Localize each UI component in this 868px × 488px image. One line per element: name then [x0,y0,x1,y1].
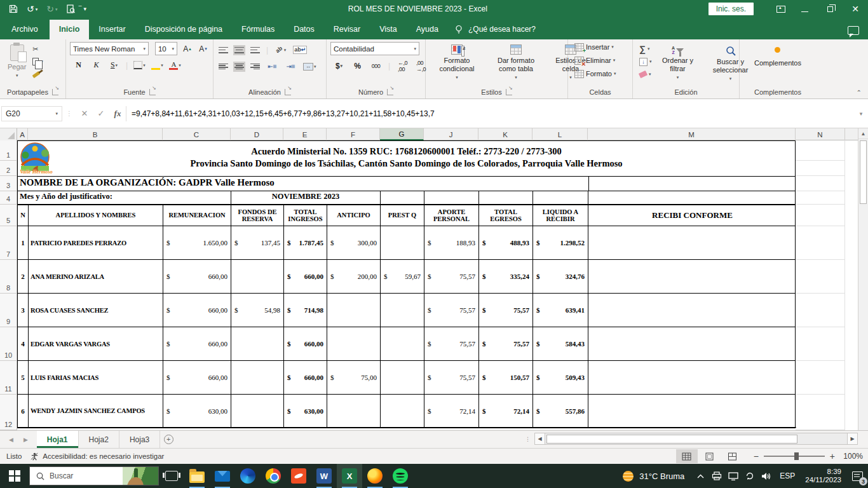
cut-button[interactable]: ✂ [32,44,43,54]
ribbon-tab-archivo[interactable]: Archivo [0,20,50,39]
restore-button[interactable] [817,0,843,18]
increase-decimal-icon[interactable]: ←,0,00 [397,60,409,72]
increase-indent-icon[interactable]: ⇥≡ [285,60,297,72]
comma-format-button[interactable]: 000 [370,60,382,72]
printer-icon[interactable] [709,464,725,488]
currency-format-button[interactable]: $▾ [333,60,345,72]
row-header-8[interactable]: 8 [0,260,17,294]
ribbon-tab-vista[interactable]: Vista [370,20,407,39]
aporte-personal-cell[interactable]: $75,57 [424,260,479,294]
empty-cell[interactable] [796,226,845,260]
customize-qat-icon[interactable]: ▾– [84,6,87,12]
anticipo-cell[interactable]: $75,00 [327,361,381,395]
sheet-tab-hoja3[interactable]: Hoja3 [119,431,160,448]
employee-name-cell[interactable]: PATRICIO PAREDES PERRAZO [29,226,163,260]
column-header-D[interactable]: D [231,128,283,140]
scroll-up-icon[interactable]: ▲ [858,128,868,139]
taskbar-search-input[interactable]: Buscar [29,466,159,485]
aporte-personal-cell[interactable]: $75,57 [424,361,479,395]
autosum-button[interactable]: ∑▾ [639,44,652,54]
page-layout-view-icon[interactable] [699,449,721,463]
liquido-recibir-cell[interactable]: $324,76 [533,260,588,294]
total-ingresos-cell[interactable]: $630,00 [284,395,327,428]
tell-me-search[interactable]: ¿Qué desea hacer? [448,20,542,39]
empty-cell[interactable] [796,191,845,205]
comments-icon[interactable] [848,26,859,35]
prest-q-cell[interactable]: $59,67 [381,260,424,294]
font-size-select[interactable]: 10▾ [155,42,177,55]
minimize-button[interactable] [792,0,817,18]
remuneracion-cell[interactable]: $660,00 [163,294,231,327]
name-box[interactable]: G20▾ [1,106,62,121]
empty-cell[interactable] [796,140,845,161]
align-bottom-icon[interactable] [250,46,260,54]
borders-button[interactable]: ▾ [133,59,146,71]
format-as-table-button[interactable]: Dar formato como tabla▾ [487,42,545,84]
table-header-cell[interactable]: PREST Q [381,205,424,226]
recibi-conforme-cell[interactable] [588,260,796,294]
alignment-dialog-launcher[interactable] [285,89,291,95]
sort-filter-button[interactable]: AZ Ordenar y filtrar▾ [654,42,702,84]
confirm-entry-icon[interactable]: ✓ [93,106,109,121]
table-header-cell[interactable]: LIQUIDO A RECIBIR [533,205,588,226]
weather-button[interactable] [621,464,639,488]
employee-name-cell[interactable]: LUIS FARIAS MACIAS [29,361,163,395]
anticipo-cell[interactable] [327,327,381,361]
prest-q-cell[interactable] [381,395,424,428]
fill-button[interactable]: ↓▾ [639,57,652,67]
table-header-cell[interactable]: FONDOS DE RESERVA [231,205,284,226]
remuneracion-cell[interactable]: $660,00 [163,361,231,395]
zoom-in-icon[interactable]: + [830,453,835,459]
ribbon-tab-ayuda[interactable]: Ayuda [407,20,448,39]
merge-center-button[interactable]: ↔▾ [303,60,316,72]
employee-name-cell[interactable]: ROSA CUASES SANCHEZ [29,294,163,327]
task-view-button[interactable] [159,464,184,488]
ribbon-display-options-icon[interactable] [770,0,792,18]
paste-button[interactable]: Pegar▾ [4,42,30,82]
row-header-2[interactable]: 2 [0,161,17,176]
column-header-C[interactable]: C [163,128,231,140]
network-icon[interactable] [725,464,742,488]
total-ingresos-cell[interactable]: $660,00 [284,361,327,395]
column-header-G[interactable]: G [380,128,424,140]
select-all-corner[interactable] [0,128,17,140]
table-header-cell[interactable]: REMUNERACION [163,205,231,226]
align-top-icon[interactable] [219,46,228,54]
recibi-conforme-cell[interactable] [588,395,796,428]
remuneracion-cell[interactable]: $1.650,00 [163,226,231,260]
column-header-L[interactable]: L [532,128,588,140]
anticipo-cell[interactable] [327,395,381,428]
empty-cell[interactable] [796,176,845,191]
language-indicator[interactable]: ESP [775,471,800,480]
number-format-select[interactable]: Contabilidad▾ [330,42,419,55]
wrap-text-button[interactable]: ab↵ [293,44,307,56]
percent-format-button[interactable]: % [351,60,363,72]
aporte-personal-cell[interactable]: $75,57 [424,327,479,361]
row-header-4[interactable]: 4 [0,191,17,205]
fondos-reserva-cell[interactable] [231,361,284,395]
ribbon-tab-insertar[interactable]: Insertar [89,20,135,39]
zoom-out-icon[interactable]: − [754,453,759,459]
spotify-button[interactable] [388,464,413,488]
orientation-button[interactable]: ab▾ [275,44,287,56]
table-header-cell[interactable]: TOTAL EGRESOS [479,205,533,226]
row-header-7[interactable]: 7 [0,226,17,260]
column-header-E[interactable]: E [283,128,327,140]
column-header-B[interactable]: B [28,128,163,140]
empty-cell[interactable] [796,260,845,294]
employee-name-cell[interactable]: WENDY JAZMIN SANCHEZ CAMPOS [29,395,163,428]
column-header-M[interactable]: M [588,128,796,140]
align-center-icon[interactable] [234,63,244,71]
decrease-indent-icon[interactable]: ⇤≡ [266,60,278,72]
start-button[interactable] [0,464,29,488]
total-egresos-cell[interactable]: $75,57 [479,294,533,327]
period-label-cell[interactable]: Mes y Año del justificativo: [18,191,231,205]
font-dialog-launcher[interactable] [149,89,156,95]
total-egresos-cell[interactable]: $150,57 [479,361,533,395]
zoom-slider[interactable] [764,456,825,457]
redo-icon[interactable]: ↻▾ [46,4,57,13]
bold-button[interactable]: N [72,59,85,71]
underline-button[interactable]: S▾ [108,59,120,71]
sync-icon[interactable] [742,464,758,488]
file-explorer-button[interactable] [184,464,210,488]
